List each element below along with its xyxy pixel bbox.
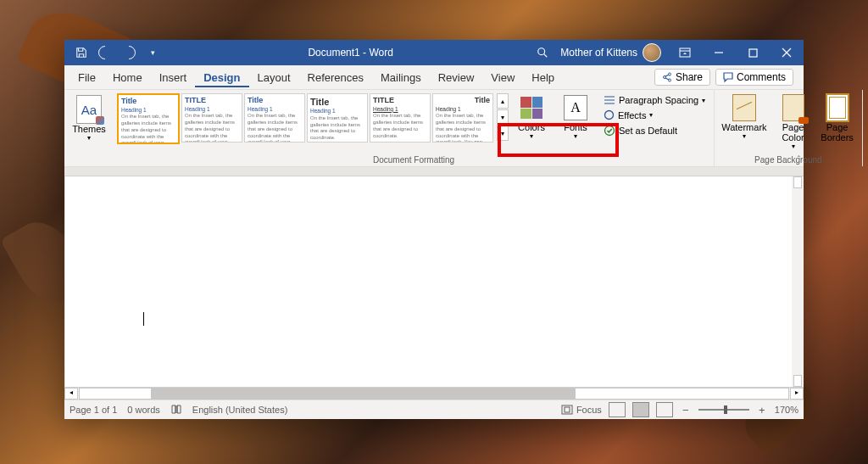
titlebar: ▾ Document1 - Word Mother of Kittens (64, 40, 804, 65)
effects-icon (604, 109, 615, 120)
svg-point-0 (538, 48, 545, 55)
style-set-6[interactable]: TitleHeading 1On the Insert tab, the gal… (432, 93, 493, 143)
tab-review[interactable]: Review (430, 67, 483, 88)
watermark-button[interactable]: Watermark▾ (718, 93, 770, 142)
web-layout-button[interactable] (656, 402, 673, 417)
tab-mailings[interactable]: Mailings (372, 67, 430, 88)
zoom-level[interactable]: 170% (775, 405, 798, 415)
colors-button[interactable]: Colors▾ (510, 93, 553, 142)
fonts-button[interactable]: AFonts▾ (554, 93, 597, 142)
paragraph-spacing-icon (604, 95, 615, 105)
text-cursor (143, 312, 144, 326)
svg-rect-5 (749, 49, 757, 57)
chevron-down-icon: ▾ (574, 132, 577, 140)
qat-customize-button[interactable]: ▾ (142, 42, 163, 63)
maximize-icon (748, 48, 758, 58)
ribbon-tabs: File Home Insert Design Layout Reference… (64, 65, 804, 90)
redo-icon (120, 43, 139, 63)
paragraph-spacing-button[interactable]: Paragraph Spacing▾ (598, 93, 710, 107)
undo-button[interactable] (95, 42, 115, 63)
search-icon (537, 47, 548, 59)
chevron-down-icon: ▾ (743, 132, 746, 140)
tab-layout[interactable]: Layout (249, 67, 299, 88)
style-set-5[interactable]: TITLEHeading 1On the Insert tab, the gal… (370, 93, 431, 143)
gallery-up-button[interactable]: ▴ (497, 93, 509, 109)
scroll-track[interactable] (79, 388, 789, 400)
close-button[interactable] (770, 40, 804, 65)
svg-point-11 (605, 111, 614, 120)
zoom-out-button[interactable]: − (680, 404, 692, 416)
spell-check-button[interactable] (170, 404, 182, 416)
horizontal-scrollbar[interactable]: ◂ ▸ (64, 387, 804, 400)
vertical-scrollbar[interactable] (792, 176, 804, 387)
colors-icon (520, 97, 542, 119)
share-icon (662, 72, 672, 82)
page-color-icon (782, 94, 804, 121)
themes-icon: Aa (76, 95, 102, 124)
tab-help[interactable]: Help (523, 67, 563, 88)
svg-point-8 (668, 73, 670, 75)
tab-design[interactable]: Design (195, 67, 248, 88)
maximize-button[interactable] (736, 40, 770, 65)
chevron-down-icon: ▾ (792, 143, 795, 150)
ribbon-options-icon (679, 48, 691, 58)
tab-view[interactable]: View (482, 67, 523, 88)
ribbon-display-options-button[interactable] (668, 40, 702, 65)
collapse-ribbon-button[interactable]: ˆ (798, 155, 800, 165)
svg-rect-14 (565, 407, 570, 412)
comments-button[interactable]: Comments (715, 69, 793, 86)
watermark-icon (732, 94, 756, 121)
scroll-left-button[interactable]: ◂ (64, 388, 78, 400)
svg-point-9 (663, 76, 665, 79)
group-label-page-background: Page Background (754, 154, 822, 166)
minimize-icon (714, 48, 724, 58)
comment-icon (723, 72, 733, 82)
svg-line-1 (544, 54, 548, 58)
avatar (643, 43, 661, 62)
style-set-1[interactable]: TitleHeading 1On the Insert tab, the gal… (117, 93, 180, 144)
document-area[interactable] (64, 176, 804, 387)
tab-references[interactable]: References (299, 67, 372, 88)
style-set-2[interactable]: TITLEHeading 1On the Insert tab, the gal… (181, 93, 242, 143)
statusbar: Page 1 of 1 0 words English (United Stat… (64, 400, 804, 419)
page-borders-button[interactable]: Page Borders (816, 93, 859, 144)
page-count[interactable]: Page 1 of 1 (70, 405, 117, 415)
gallery-more-button[interactable]: ▾ (497, 126, 509, 141)
style-set-3[interactable]: TitleHeading 1On the Insert tab, the gal… (244, 93, 305, 143)
focus-mode-button[interactable]: Focus (561, 405, 602, 415)
effects-button[interactable]: Effects▾ (598, 108, 710, 122)
focus-icon (561, 405, 573, 415)
tab-home[interactable]: Home (104, 67, 151, 88)
set-as-default-button[interactable]: Set as Default (598, 123, 710, 138)
word-count[interactable]: 0 words (127, 405, 160, 415)
scroll-thumb[interactable] (151, 389, 576, 399)
close-icon (782, 48, 792, 58)
scroll-right-button[interactable]: ▸ (790, 388, 804, 400)
minimize-button[interactable] (702, 40, 736, 65)
app-window: ▾ Document1 - Word Mother of Kittens Fil… (64, 40, 804, 419)
read-mode-button[interactable] (609, 402, 626, 417)
style-set-4[interactable]: TitleHeading 1On the Insert tab, the gal… (307, 93, 368, 143)
quick-access-toolbar: ▾ (64, 42, 170, 63)
tab-file[interactable]: File (70, 67, 104, 88)
book-icon (170, 404, 182, 416)
save-icon (75, 47, 87, 59)
user-account[interactable]: Mother of Kittens (554, 43, 668, 62)
search-button[interactable] (531, 47, 554, 59)
print-layout-button[interactable] (632, 402, 649, 417)
check-circle-icon (604, 125, 615, 137)
language-button[interactable]: English (United States) (192, 405, 288, 415)
share-button[interactable]: Share (654, 69, 710, 86)
page-borders-icon (826, 93, 849, 122)
zoom-in-button[interactable]: + (756, 404, 768, 416)
redo-button[interactable] (119, 42, 139, 63)
tab-insert[interactable]: Insert (151, 67, 196, 88)
style-gallery-scroll: ▴ ▾ ▾ (497, 93, 509, 142)
save-button[interactable] (71, 42, 92, 63)
ruler-area (64, 167, 804, 176)
page-color-button[interactable]: Page Color▾ (772, 93, 815, 152)
gallery-down-button[interactable]: ▾ (497, 109, 509, 125)
themes-button[interactable]: Aa Themes ▾ (68, 93, 110, 143)
ribbon: Aa Themes ▾ TitleHeading 1On the Insert … (64, 90, 804, 167)
zoom-slider[interactable] (698, 409, 749, 411)
